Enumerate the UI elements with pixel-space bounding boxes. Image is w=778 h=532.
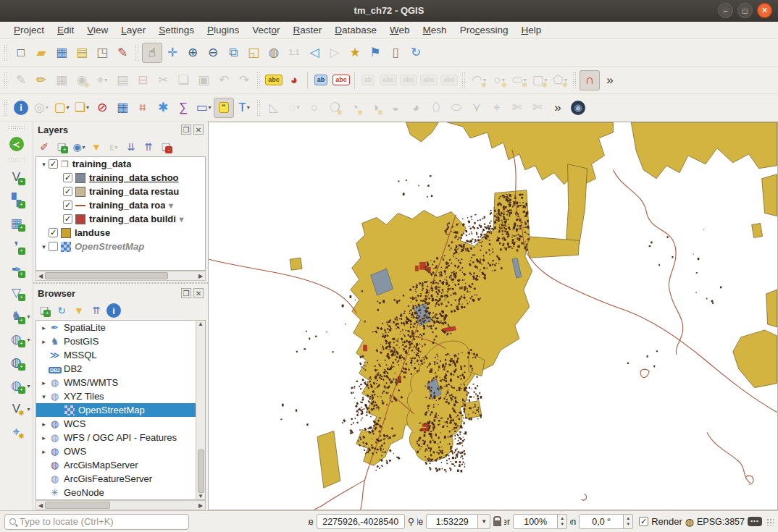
menu-plugins[interactable]: Plugins xyxy=(201,23,246,37)
rotation-spinner[interactable]: ▲▼ xyxy=(624,514,633,529)
zoom-native-resolution[interactable]: 1:1 xyxy=(284,43,304,63)
menu-vector[interactable]: Vector xyxy=(246,23,286,37)
expander-icon[interactable]: ▸ xyxy=(39,448,49,455)
expander-icon[interactable]: ▸ xyxy=(39,421,49,428)
add-circular-string[interactable]: ◠✱▾ xyxy=(469,70,489,90)
browser-vscrollbar[interactable]: ▲ ▼ xyxy=(196,321,205,499)
menu-layer[interactable]: Layer xyxy=(114,23,152,37)
browser-panel-close-icon[interactable]: ✕ xyxy=(193,288,204,298)
layer-checkbox[interactable]: ✓ xyxy=(49,228,58,237)
layer-diagram[interactable]: ◕ xyxy=(284,70,304,90)
browser-spatialite[interactable]: ▸✒SpatiaLite xyxy=(36,321,196,334)
add-postgis-layer[interactable]: ♞+▾ xyxy=(7,305,27,326)
redo[interactable]: ↷ xyxy=(234,70,254,90)
expander-icon[interactable]: ▸ xyxy=(39,434,49,442)
add-virtual-layer[interactable]: ▽+ xyxy=(7,282,27,303)
close-button[interactable]: ✕ xyxy=(757,3,772,18)
zoom-in[interactable]: ⊕ xyxy=(183,43,203,63)
style-manager[interactable]: ✎ xyxy=(112,43,133,63)
dropdown-icon[interactable]: ▾ xyxy=(209,104,212,111)
add-vector-layer[interactable]: V+ xyxy=(7,166,27,187)
layer-checkbox[interactable]: ✓ xyxy=(63,200,72,210)
zoom-to-selection[interactable]: ◍ xyxy=(264,43,284,63)
browser-collapse-all[interactable]: ⇈ xyxy=(88,303,104,318)
modify-attributes[interactable]: ▤ xyxy=(112,70,133,90)
rotate-feature[interactable]: ○ xyxy=(304,98,325,118)
dropdown-icon[interactable]: ▾ xyxy=(83,144,85,151)
add-delimited-text-layer[interactable]: ❜+ xyxy=(7,236,27,256)
statistical-summary[interactable]: ∑ xyxy=(173,98,193,118)
resize-grip[interactable] xyxy=(766,518,774,525)
add-wfs-layer[interactable]: ◍+▾ xyxy=(7,375,27,395)
layer-landuse[interactable]: ✓landuse xyxy=(36,226,205,240)
add-wcs-layer[interactable]: ◍+ xyxy=(7,352,27,372)
new-virtual-layer[interactable]: V✱▾ xyxy=(7,398,27,418)
current-edits[interactable]: ✎ xyxy=(11,70,31,90)
browser-properties[interactable]: i xyxy=(106,303,122,318)
move-label[interactable]: abc xyxy=(378,70,398,90)
identify-features[interactable]: i xyxy=(11,98,31,118)
deselect-features[interactable]: ⊘ xyxy=(92,98,112,118)
toolbar-grip[interactable] xyxy=(572,72,577,89)
layers-hscrollbar[interactable]: ◀ ▶ xyxy=(35,271,206,281)
processing-toolbox[interactable]: ✱ xyxy=(153,98,173,118)
simplify-feature[interactable]: ⋎ xyxy=(467,98,487,118)
toolbar-grip[interactable] xyxy=(256,99,262,117)
browser-hscrollbar[interactable]: ◀ ▶ xyxy=(35,500,206,510)
browser-geonode[interactable]: ✳GeoNode xyxy=(36,486,196,499)
undo[interactable]: ↶ xyxy=(214,70,234,90)
locator-box[interactable] xyxy=(4,514,189,530)
add-ellipse[interactable]: ⬭✱▾ xyxy=(509,70,530,90)
dropdown-icon[interactable]: ▾ xyxy=(104,77,107,83)
browser-arcgis-map-server[interactable]: ◍ArcGisMapServer xyxy=(36,458,196,472)
refresh-browser[interactable]: ↻ xyxy=(54,303,70,318)
zoom-to-layer[interactable]: ◱ xyxy=(243,43,264,63)
toggle-extents-icon[interactable]: ⚲ xyxy=(408,516,415,527)
expander-icon[interactable]: ▸ xyxy=(39,338,49,345)
field-calculator[interactable]: ⌗ xyxy=(133,98,153,118)
dropdown-icon[interactable]: ▾ xyxy=(27,383,30,389)
toolbar-grip[interactable] xyxy=(4,99,9,117)
render-checkbox[interactable]: ✓ xyxy=(639,517,648,526)
locator-input[interactable] xyxy=(20,516,184,527)
layer-training-data-schools[interactable]: ✓training_data schoo xyxy=(36,171,205,185)
text-annotation[interactable]: T▾ xyxy=(234,98,254,118)
add-ring[interactable]: ⌖ xyxy=(487,98,507,118)
add-selected-layers[interactable]: ❏+ xyxy=(36,303,52,318)
merge-attributes[interactable]: ◕ xyxy=(406,98,426,118)
magnifier-spinner[interactable]: ▲▼ xyxy=(558,514,567,529)
layer-group-training-data[interactable]: ▾✓❐training_data xyxy=(36,157,205,171)
toolbar-grip[interactable] xyxy=(256,72,262,89)
show-bookmark-manager[interactable]: ▯ xyxy=(385,43,406,63)
select-features-by-value[interactable]: ◎▾ xyxy=(31,98,51,118)
menu-view[interactable]: View xyxy=(80,23,114,37)
rotation-value[interactable]: 0,0 ° xyxy=(579,514,624,529)
create-gpx-layer[interactable]: ⌖✱ xyxy=(7,421,27,442)
scroll-thumb[interactable] xyxy=(198,449,204,493)
toolbar-grip[interactable] xyxy=(8,158,25,163)
save-layer-edits[interactable]: ▦ xyxy=(51,70,72,90)
add-circle[interactable]: ○✱▾ xyxy=(489,70,509,90)
menu-database[interactable]: Database xyxy=(328,23,383,37)
browser-ows[interactable]: ▸◍OWS xyxy=(36,444,196,458)
browser-xyz-tiles[interactable]: ▾◍XYZ Tiles xyxy=(36,389,196,403)
scroll-left-icon[interactable]: ◀ xyxy=(36,273,45,279)
scroll-thumb[interactable] xyxy=(45,272,168,279)
toolbar-grip[interactable] xyxy=(461,72,467,89)
scroll-down-icon[interactable]: ▼ xyxy=(196,493,205,499)
pin-labels[interactable]: ab xyxy=(311,70,331,90)
toolbar-grip[interactable] xyxy=(4,44,9,62)
dropdown-icon[interactable]: ▾ xyxy=(115,144,118,151)
menu-mesh[interactable]: Mesh xyxy=(417,23,453,37)
digitize-with-segment[interactable]: ◉✱ xyxy=(72,70,92,90)
scroll-up-icon[interactable]: ▲ xyxy=(196,321,205,327)
reshape-features[interactable]: ⬯ xyxy=(426,98,446,118)
new-spatial-bookmark[interactable]: ★ xyxy=(345,43,365,63)
select-features[interactable]: ▢▾ xyxy=(51,98,72,118)
browser-postgis[interactable]: ▸♞PostGIS xyxy=(36,334,196,348)
layer-checkbox[interactable]: ✓ xyxy=(63,214,72,224)
measure-line[interactable]: ▭▾ xyxy=(193,98,214,118)
scale-value[interactable]: 1:53229 xyxy=(426,514,478,529)
move-feature[interactable]: ◌▾ xyxy=(284,98,304,118)
show-layout-manager[interactable]: ◳ xyxy=(92,43,112,63)
